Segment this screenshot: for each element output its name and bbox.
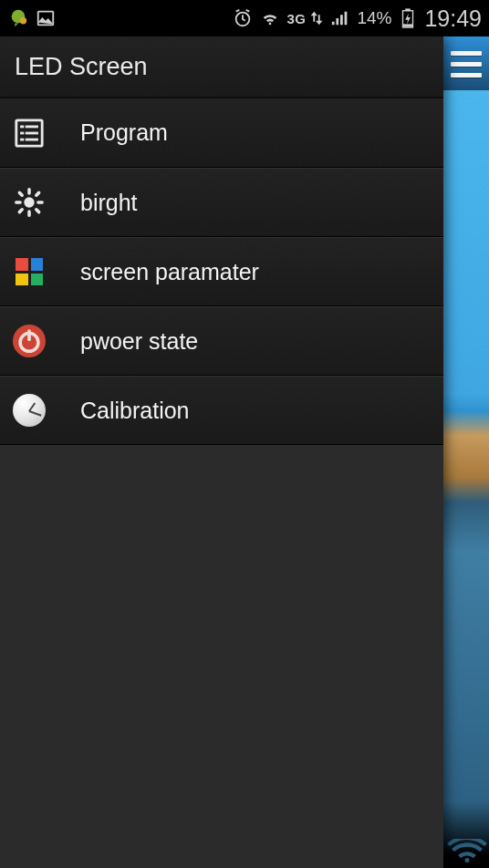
navigation-drawer: LED Screen Program birght screen paramat… — [0, 36, 443, 868]
android-statusbar: 3G 14% 19:49 — [0, 0, 489, 36]
menu-item-label: screen paramater — [80, 259, 431, 285]
app-root: LED Screen Program birght screen paramat… — [0, 36, 489, 868]
menu-item-label: pwoer state — [80, 328, 431, 355]
cell-signal-icon — [329, 7, 351, 29]
svg-rect-11 — [26, 131, 38, 134]
menu-item-label: birght — [80, 190, 431, 216]
alarm-icon — [232, 7, 254, 29]
menu-item-label: Calibration — [80, 398, 431, 424]
statusbar-clock: 19:49 — [424, 5, 482, 32]
chat-notification-icon — [7, 7, 29, 29]
svg-rect-5 — [406, 8, 411, 11]
svg-point-14 — [24, 197, 34, 207]
drawer-menu: Program birght screen paramater — [0, 98, 443, 445]
list-icon — [11, 115, 47, 151]
svg-rect-13 — [26, 138, 38, 140]
menu-item-calibration[interactable]: Calibration — [0, 376, 443, 445]
wifi-status-icon — [447, 839, 487, 864]
wallpaper-background — [443, 36, 489, 868]
drawer-title: LED Screen — [0, 36, 443, 98]
menu-button[interactable] — [445, 44, 485, 84]
network-type-label: 3G — [286, 11, 306, 26]
svg-rect-6 — [403, 24, 412, 26]
svg-point-1 — [20, 17, 26, 24]
svg-rect-10 — [20, 131, 24, 134]
svg-rect-16 — [27, 329, 31, 341]
battery-charging-icon — [397, 7, 419, 29]
brightness-icon — [11, 184, 47, 221]
menu-item-program[interactable]: Program — [0, 98, 443, 168]
menu-item-label: Program — [80, 119, 431, 146]
battery-percent: 14% — [357, 8, 391, 28]
svg-rect-12 — [20, 138, 24, 140]
svg-rect-9 — [26, 125, 38, 128]
data-arrows-icon — [309, 7, 324, 29]
tiles-icon — [11, 253, 47, 290]
menu-item-brightness[interactable]: birght — [0, 168, 443, 237]
clock-icon — [11, 392, 47, 429]
svg-rect-8 — [20, 125, 24, 128]
wifi-icon — [259, 7, 281, 29]
picture-notification-icon — [35, 7, 57, 29]
menu-item-screen-parameter[interactable]: screen paramater — [0, 237, 443, 306]
power-icon — [11, 323, 47, 359]
menu-item-power-state[interactable]: pwoer state — [0, 306, 443, 376]
